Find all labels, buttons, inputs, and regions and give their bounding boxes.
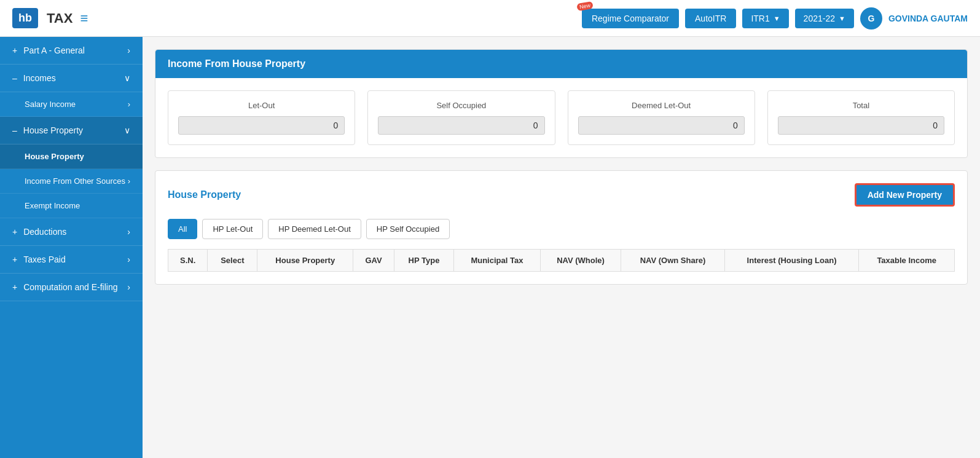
sidebar-label-income-other: Income From Other Sources — [25, 176, 125, 186]
itr1-button[interactable]: ITR1 ▼ — [742, 9, 788, 28]
card-let-out: Let-Out 0 — [168, 90, 355, 145]
regime-comparator-button[interactable]: Regime Comparator — [582, 9, 679, 28]
hp-section-header: House Property Add New Property — [168, 183, 955, 207]
col-nav-whole: NAV (Whole) — [540, 250, 621, 272]
add-new-property-button[interactable]: Add New Property — [855, 183, 955, 207]
hamburger-icon[interactable]: ≡ — [80, 10, 88, 26]
col-select: Select — [208, 250, 257, 272]
sidebar-item-salary-income[interactable]: Salary Income › — [0, 92, 143, 117]
header-right: New Regime Comparator AutoITR ITR1 ▼ 202… — [582, 7, 968, 30]
chevron-right-computation-icon: › — [127, 282, 130, 292]
sidebar-item-deductions[interactable]: + Deductions › — [0, 218, 143, 246]
hp-table: S.N. Select House Property GAV HP Type M… — [168, 249, 955, 272]
card-deemed-let-out-label: Deemed Let-Out — [632, 101, 691, 110]
logo-area: hb TAX — [12, 8, 73, 28]
col-gav: GAV — [353, 250, 394, 272]
card-self-occupied-label: Self Occupied — [436, 101, 486, 110]
chevron-right-salary-icon: › — [128, 100, 130, 109]
year-chevron-icon: ▼ — [839, 15, 845, 22]
sidebar-label-house-property: House Property — [25, 152, 84, 161]
new-badge-wrapper: New Regime Comparator — [582, 9, 679, 28]
chevron-right-other-icon: › — [128, 176, 130, 186]
col-interest-housing-loan: Interest (Housing Loan) — [724, 250, 859, 272]
sidebar-item-income-other-sources[interactable]: Income From Other Sources › — [0, 169, 143, 194]
chevron-right-icon: › — [127, 45, 130, 55]
logo-tax: TAX — [47, 10, 73, 26]
plus-icon-deductions: + — [12, 227, 17, 237]
main-content: Income From House Property Let-Out 0 Sel… — [143, 37, 980, 458]
card-deemed-let-out: Deemed Let-Out 0 — [568, 90, 755, 145]
sidebar: + Part A - General › – Incomes ∨ Salary … — [0, 37, 143, 458]
header: hb TAX ≡ New Regime Comparator AutoITR I… — [0, 0, 980, 37]
sidebar-label-part-a: Part A - General — [23, 45, 85, 55]
user-avatar: G — [860, 7, 882, 30]
chevron-down-hp-icon: ∨ — [124, 125, 130, 135]
chevron-right-deductions-icon: › — [127, 227, 130, 237]
tab-hp-let-out[interactable]: HP Let-Out — [202, 219, 263, 239]
user-name: GOVINDA GAUTAM — [888, 14, 968, 23]
sidebar-label-exempt: Exempt Income — [25, 201, 80, 210]
card-let-out-label: Let-Out — [248, 101, 275, 110]
card-let-out-value: 0 — [178, 116, 345, 135]
sidebar-item-exempt-income[interactable]: Exempt Income — [0, 194, 143, 218]
section-title-income: Income From House Property — [168, 58, 305, 69]
minus-icon: – — [12, 73, 17, 83]
col-sn: S.N. — [168, 250, 208, 272]
tab-all[interactable]: All — [168, 219, 197, 239]
tab-hp-deemed-let-out[interactable]: HP Deemed Let-Out — [268, 219, 361, 239]
sidebar-label-house-property-parent: House Property — [23, 125, 83, 135]
card-total: Total 0 — [767, 90, 955, 145]
sidebar-item-taxes-paid[interactable]: + Taxes Paid › — [0, 246, 143, 274]
plus-icon: + — [12, 45, 17, 55]
chevron-down-icon: ∨ — [124, 73, 130, 83]
table-header-row: S.N. Select House Property GAV HP Type M… — [168, 250, 955, 272]
plus-icon-taxes: + — [12, 255, 17, 264]
itr1-chevron-icon: ▼ — [774, 15, 780, 22]
col-hp-type: HP Type — [394, 250, 454, 272]
logo-box: hb — [12, 8, 38, 28]
col-house-property: House Property — [257, 250, 353, 272]
sidebar-item-house-property-parent[interactable]: – House Property ∨ — [0, 117, 143, 144]
logo-hb: hb — [18, 12, 32, 25]
sidebar-label-incomes: Incomes — [23, 73, 56, 83]
sidebar-label-salary: Salary Income — [25, 100, 76, 109]
minus-icon-hp: – — [12, 125, 17, 135]
sidebar-label-deductions: Deductions — [23, 227, 66, 237]
card-total-value: 0 — [778, 116, 944, 135]
col-nav-own-share: NAV (Own Share) — [621, 250, 724, 272]
section-header-income: Income From House Property — [155, 50, 967, 78]
tab-hp-self-occupied[interactable]: HP Self Occupied — [366, 219, 450, 239]
sidebar-item-house-property[interactable]: House Property — [0, 144, 143, 169]
col-taxable-income: Taxable Income — [859, 250, 955, 272]
card-self-occupied-value: 0 — [378, 116, 544, 135]
filter-tabs: All HP Let-Out HP Deemed Let-Out HP Self… — [168, 219, 955, 239]
house-property-section: House Property Add New Property All HP L… — [155, 170, 968, 285]
autoitr-button[interactable]: AutoITR — [685, 9, 736, 28]
layout: + Part A - General › – Incomes ∨ Salary … — [0, 37, 980, 458]
sidebar-item-incomes[interactable]: – Incomes ∨ — [0, 65, 143, 92]
hp-section-title: House Property — [168, 189, 241, 200]
sidebar-item-part-a[interactable]: + Part A - General › — [0, 37, 143, 65]
sidebar-label-computation: Computation and E-filing — [23, 282, 117, 292]
card-deemed-let-out-value: 0 — [578, 116, 745, 135]
card-self-occupied: Self Occupied 0 — [367, 90, 555, 145]
year-button[interactable]: 2021-22 ▼ — [795, 9, 854, 28]
card-total-label: Total — [853, 101, 869, 110]
sidebar-label-taxes: Taxes Paid — [23, 255, 65, 264]
plus-icon-computation: + — [12, 282, 17, 292]
summary-cards: Let-Out 0 Self Occupied 0 Deemed Let-Out… — [155, 78, 967, 157]
sidebar-item-computation[interactable]: + Computation and E-filing › — [0, 274, 143, 301]
col-municipal-tax: Municipal Tax — [454, 250, 541, 272]
income-from-house-property-section: Income From House Property Let-Out 0 Sel… — [155, 49, 968, 158]
chevron-right-taxes-icon: › — [127, 255, 130, 264]
